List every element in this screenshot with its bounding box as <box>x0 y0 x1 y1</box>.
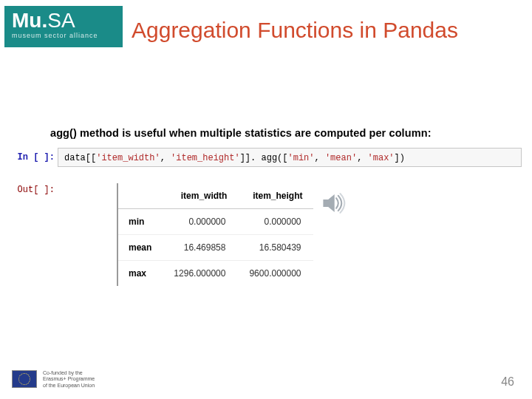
logo-subtitle: museum sector alliance <box>12 33 115 39</box>
cell: 0.000000 <box>162 209 237 235</box>
code-str5: 'max' <box>368 153 395 163</box>
speaker-icon <box>321 191 346 216</box>
footer: Co-funded by the Erasmus+ Programme of t… <box>12 370 95 389</box>
col-item-height: item_height <box>237 183 313 209</box>
brand-logo: Mu.SA museum sector alliance <box>4 6 123 47</box>
eu-flag-icon <box>12 370 37 388</box>
code-str3: 'min' <box>287 153 314 163</box>
logo-main: Mu.SA <box>12 10 115 31</box>
row-label-min: min <box>117 209 162 235</box>
row-label-max: max <box>117 261 162 287</box>
cell: 1296.000000 <box>162 261 237 287</box>
table-row: max 1296.000000 9600.000000 <box>117 261 313 287</box>
table-row: mean 16.469858 16.580439 <box>117 235 313 261</box>
page-number: 46 <box>501 375 514 389</box>
in-prompt-label: In [ ]: <box>18 152 55 163</box>
cell: 9600.000000 <box>237 261 313 287</box>
out-prompt: Out[ ]: <box>12 183 58 286</box>
code-cell: In [ ]: data[['item_width', 'item_height… <box>12 148 522 167</box>
code-str1: 'item_width' <box>96 153 160 163</box>
output-table-wrap: item_width item_height min 0.000000 0.00… <box>117 183 313 286</box>
code-suffix: ]) <box>395 153 405 163</box>
output-cell: Out[ ]: item_width item_height min 0.000… <box>12 183 522 286</box>
code-input[interactable]: data[['item_width', 'item_height']]. agg… <box>58 148 522 167</box>
code-str4: 'mean' <box>325 153 357 163</box>
code-str2: 'item_height' <box>171 153 240 163</box>
code-comma1: , <box>160 153 171 163</box>
code-mid: ]]. agg([ <box>240 153 288 163</box>
logo-pre: Mu <box>12 9 41 32</box>
table-row: min 0.000000 0.000000 <box>117 209 313 235</box>
footer-text: Co-funded by the Erasmus+ Programme of t… <box>43 370 95 389</box>
footer-line2: Erasmus+ Programme <box>43 376 95 382</box>
cell: 16.580439 <box>237 235 313 261</box>
row-label-mean: mean <box>117 235 162 261</box>
output-table: item_width item_height min 0.000000 0.00… <box>117 183 313 286</box>
cell: 0.000000 <box>237 209 313 235</box>
table-corner <box>117 183 162 209</box>
in-prompt: In [ ]: <box>12 148 58 167</box>
logo-post: SA <box>47 9 75 32</box>
footer-line1: Co-funded by the <box>43 370 95 376</box>
code-comma3: , <box>357 153 367 163</box>
slide-description: agg() method is useful when multiple sta… <box>50 127 432 139</box>
cell: 16.469858 <box>162 235 237 261</box>
code-comma2: , <box>315 153 325 163</box>
table-header-row: item_width item_height <box>117 183 313 209</box>
col-item-width: item_width <box>162 183 237 209</box>
footer-line3: of the European Union <box>43 383 95 389</box>
svg-marker-0 <box>323 194 334 212</box>
code-prefix: data[[ <box>64 153 96 163</box>
slide-title: Aggregation Functions in Pandas <box>132 18 458 43</box>
